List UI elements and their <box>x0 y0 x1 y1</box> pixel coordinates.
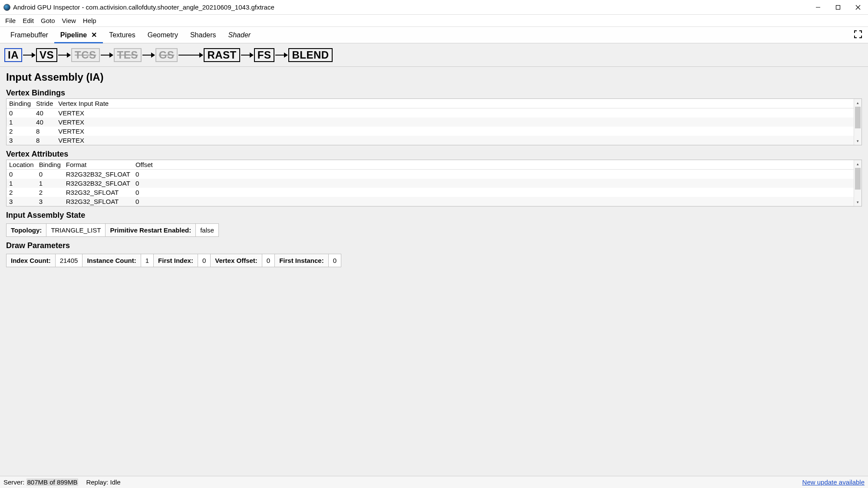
col-header[interactable]: Binding <box>36 160 63 170</box>
cell: VERTEX <box>56 136 854 145</box>
tab-shader[interactable]: Shader <box>222 27 257 43</box>
scroll-up-icon[interactable]: ▴ <box>854 99 861 107</box>
cell: 0 <box>133 197 854 206</box>
first-index-value: 0 <box>198 254 211 267</box>
tab-framebuffer[interactable]: Framebuffer <box>4 27 54 43</box>
cell: 0 <box>7 170 36 179</box>
restart-value: false <box>196 224 218 236</box>
menu-view[interactable]: View <box>59 16 79 25</box>
col-header[interactable]: Location <box>7 160 36 170</box>
col-header[interactable]: Binding <box>7 99 33 108</box>
cell: 3 <box>36 197 63 206</box>
svg-rect-1 <box>836 5 840 9</box>
instance-count-value: 1 <box>141 254 154 267</box>
cell: 2 <box>7 188 36 197</box>
minimize-button[interactable] <box>808 0 828 14</box>
first-instance-label: First Instance: <box>275 254 329 267</box>
arrow-icon <box>142 55 155 56</box>
table-row[interactable]: 33R32G32_SFLOAT0 <box>7 197 854 206</box>
table-row[interactable]: 22R32G32_SFLOAT0 <box>7 188 854 197</box>
pipeline-stage-bar: IA VS TCS TES GS RAST FS BLEND <box>0 43 868 67</box>
tab-pipeline[interactable]: Pipeline ✕ <box>54 27 103 43</box>
tab-label: Textures <box>109 31 135 39</box>
first-instance-value: 0 <box>329 254 341 267</box>
cell: VERTEX <box>56 118 854 127</box>
cell: 0 <box>7 108 33 118</box>
table-row[interactable]: 00R32G32B32_SFLOAT0 <box>7 170 854 179</box>
scroll-thumb[interactable] <box>855 168 861 190</box>
col-header[interactable]: Offset <box>133 160 854 170</box>
vertex-offset-value: 0 <box>262 254 275 267</box>
stage-vs[interactable]: VS <box>36 48 57 62</box>
stage-blend[interactable]: BLEND <box>288 48 332 62</box>
menu-goto[interactable]: Goto <box>38 16 58 25</box>
menu-edit[interactable]: Edit <box>20 16 36 25</box>
table-row[interactable]: 140VERTEX <box>7 118 854 127</box>
cell: 0 <box>36 170 63 179</box>
arrow-icon <box>58 55 70 56</box>
stage-tcs[interactable]: TCS <box>71 48 100 62</box>
cell: 40 <box>33 118 56 127</box>
col-header[interactable]: Vertex Input Rate <box>56 99 854 108</box>
cell: 3 <box>7 136 33 145</box>
cell: 2 <box>7 127 33 136</box>
stage-ia[interactable]: IA <box>4 48 22 62</box>
cell: 2 <box>36 188 63 197</box>
ia-state-row: Topology: TRIANGLE_LIST Primitive Restar… <box>6 223 219 237</box>
tab-textures[interactable]: Textures <box>103 27 141 43</box>
close-icon[interactable]: ✕ <box>91 31 97 39</box>
cell: 0 <box>133 188 854 197</box>
table-row[interactable]: 38VERTEX <box>7 136 854 145</box>
scrollbar[interactable]: ▴ ▾ <box>854 160 861 206</box>
menu-file[interactable]: File <box>3 16 18 25</box>
content-panel: Input Assembly (IA) Vertex Bindings Bind… <box>0 67 868 476</box>
menu-bar: File Edit Goto View Help <box>0 15 868 27</box>
table-row[interactable]: 040VERTEX <box>7 108 854 118</box>
stage-fs[interactable]: FS <box>254 48 275 62</box>
menu-help[interactable]: Help <box>80 16 99 25</box>
table-row[interactable]: 28VERTEX <box>7 127 854 136</box>
cell: R32G32_SFLOAT <box>63 188 133 197</box>
tab-shaders[interactable]: Shaders <box>184 27 222 43</box>
tab-label: Shaders <box>190 31 216 39</box>
tab-geometry[interactable]: Geometry <box>142 27 184 43</box>
stage-tes[interactable]: TES <box>114 48 142 62</box>
cell: 0 <box>133 179 854 188</box>
vertex-offset-label: Vertex Offset: <box>211 254 262 267</box>
arrow-icon <box>241 55 253 56</box>
scroll-down-icon[interactable]: ▾ <box>854 137 861 145</box>
section-heading-bindings: Vertex Bindings <box>6 88 862 98</box>
cell: 1 <box>7 179 36 188</box>
scroll-down-icon[interactable]: ▾ <box>854 198 861 206</box>
topology-value: TRIANGLE_LIST <box>46 224 106 236</box>
index-count-value: 21405 <box>56 254 83 267</box>
draw-params-row: Index Count: 21405 Instance Count: 1 Fir… <box>6 254 341 267</box>
cell: R32G32B32_SFLOAT <box>63 179 133 188</box>
maximize-button[interactable] <box>828 0 848 14</box>
title-bar: Android GPU Inspector - com.activision.c… <box>0 0 868 15</box>
cell: 8 <box>33 136 56 145</box>
fullscreen-toggle-icon[interactable] <box>848 30 868 39</box>
tab-label: Geometry <box>148 31 178 39</box>
scroll-thumb[interactable] <box>855 107 861 128</box>
cell: VERTEX <box>56 108 854 118</box>
index-count-label: Index Count: <box>7 254 56 267</box>
cell: 0 <box>133 170 854 179</box>
instance-count-label: Instance Count: <box>83 254 141 267</box>
col-header[interactable]: Stride <box>33 99 56 108</box>
cell: 3 <box>7 197 36 206</box>
cell: R32G32B32_SFLOAT <box>63 170 133 179</box>
col-header[interactable]: Format <box>63 160 133 170</box>
scrollbar[interactable]: ▴ ▾ <box>854 99 861 145</box>
stage-rast[interactable]: RAST <box>204 48 240 62</box>
table-row[interactable]: 11R32G32B32_SFLOAT0 <box>7 179 854 188</box>
arrow-icon <box>101 55 113 56</box>
section-heading-draw-params: Draw Parameters <box>6 241 862 250</box>
stage-gs[interactable]: GS <box>155 48 178 62</box>
topology-label: Topology: <box>7 224 46 236</box>
close-button[interactable] <box>848 0 868 14</box>
tab-label: Shader <box>228 31 251 39</box>
cell: 40 <box>33 108 56 118</box>
scroll-up-icon[interactable]: ▴ <box>854 160 861 168</box>
first-index-label: First Index: <box>154 254 198 267</box>
